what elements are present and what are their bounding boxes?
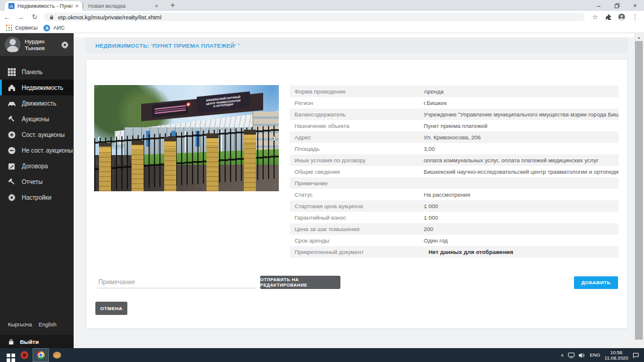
network-icon[interactable]	[568, 352, 575, 358]
row-label: Общие сведения	[290, 168, 424, 175]
details-table: Форма проведенияАрендаРегионг.БишкекБала…	[290, 86, 619, 258]
language-english-link[interactable]: English	[39, 322, 57, 328]
start-button[interactable]	[0, 348, 16, 362]
forward-icon[interactable]: →	[14, 13, 28, 21]
sidebar-item-contracts[interactable]: Договора	[0, 158, 74, 174]
sidebar-item-panel[interactable]: Панель	[0, 64, 74, 80]
back-icon[interactable]: ←	[0, 13, 14, 21]
gavel-icon	[8, 115, 16, 123]
tray-date: 11.08.2020	[605, 355, 628, 361]
property-card: БИШКЕКСКИЙ НАУЧНЫЙ ЦЕНТР ТРАВМАТОЛОГИИ И…	[86, 59, 628, 329]
tray-time: 10:56	[610, 350, 622, 355]
sidebar-user-panel: Нурдин Тынаев	[0, 33, 74, 56]
row-label: Адрес	[290, 134, 424, 141]
sidebar-item-label: Не сост. аукционы	[22, 147, 73, 154]
profile-avatar-icon[interactable]	[615, 13, 628, 21]
table-row: БалансодержательУчреждение "Управление м…	[290, 109, 619, 120]
row-value: Бишкекский научно-исследовательский цент…	[424, 168, 619, 175]
extensions-puzzle-icon[interactable]	[602, 14, 615, 21]
sidebar-item-realty[interactable]: Недвижимость	[0, 80, 74, 95]
row-label: Стартовая цена аукциона	[290, 203, 424, 209]
clock[interactable]: 10:56 11.08.2020	[605, 350, 628, 361]
table-row: АдресУл. Кривоносова, 206	[290, 132, 619, 143]
sidebar-item-auctions[interactable]: Аукционы	[0, 111, 74, 127]
scrollbar-up-icon[interactable]: ▴	[634, 33, 644, 40]
bookmark-ais[interactable]: А АИС	[43, 25, 65, 31]
tab-close-icon[interactable]: ×	[75, 3, 78, 9]
scrollbar-thumb[interactable]	[635, 41, 643, 340]
chrome-icon	[37, 351, 45, 359]
url-text: etp.okmot.kg/msu/private/realty/list.xht…	[58, 14, 162, 21]
note-input[interactable]	[97, 275, 255, 288]
row-value: 1 000	[424, 214, 619, 221]
carousel-next-icon[interactable]: ›	[273, 133, 276, 143]
gavel-icon	[8, 178, 16, 186]
tab-close-icon[interactable]: ×	[155, 3, 158, 9]
table-row: Иные условия по договоруоплата коммуналь…	[290, 154, 619, 166]
taskbar-app-chrome[interactable]	[33, 348, 49, 362]
table-row: Прикрепленный документНет данных для ото…	[290, 246, 619, 258]
sidebar-item-not-held-auctions[interactable]: Не сост. аукционы	[0, 142, 74, 158]
table-row: Примечание	[290, 177, 619, 189]
browser-menu-icon[interactable]: ⋮	[628, 13, 642, 21]
table-row: Стартовая цена аукциона1 000	[290, 200, 619, 212]
user-settings-gear-icon[interactable]	[61, 41, 69, 49]
browser-tab-strip: Недвижимость - Пункт приема × Новая вкла…	[0, 0, 644, 11]
row-label: Примечание	[290, 180, 424, 186]
table-row: Общие сведенияБишкекский научно-исследов…	[290, 166, 619, 177]
row-value: Ул. Кривоносова, 206	[424, 134, 619, 141]
table-row: Регионг.Бишкек	[290, 97, 619, 109]
bookmark-star-icon[interactable]: ☆	[588, 13, 602, 21]
logout-button[interactable]: Выйти	[0, 335, 74, 348]
address-bar[interactable]: etp.okmot.kg/msu/private/realty/list.xht…	[44, 13, 585, 21]
scrollbar[interactable]: ▴	[634, 33, 644, 348]
breadcrumb[interactable]: НЕДВИЖИМОСТЬ: 'ПУНКТ ПРИЕМА ПЛАТЕЖЕЙ' ›	[86, 37, 628, 53]
volume-icon[interactable]	[579, 352, 585, 358]
apps-grid-icon	[6, 25, 7, 26]
photo-fence-pillar	[206, 133, 218, 191]
taskbar-app-paint[interactable]	[49, 348, 65, 362]
language-kyrgyz-link[interactable]: Кыргызча	[8, 322, 32, 328]
sidebar-item-label: Договора	[22, 163, 48, 170]
sidebar: Нурдин Тынаев ПанельНедвижимостьДвижимос…	[0, 33, 74, 348]
add-button[interactable]: ДОБАВИТЬ	[574, 276, 618, 289]
cancel-button[interactable]: ОТМЕНА	[95, 302, 127, 315]
tab-realty[interactable]: Недвижимость - Пункт приема ×	[5, 1, 82, 11]
bookmarks-bar: Сервисы А АИС	[0, 23, 644, 33]
row-label: Цена за шаг повышения	[290, 226, 424, 232]
sidebar-item-movable[interactable]: Движимость	[0, 95, 74, 111]
row-value: На рассмотрения	[424, 191, 619, 198]
hidden-icons-chevron[interactable]: ∧	[561, 353, 564, 358]
sidebar-item-label: Аукционы	[22, 116, 49, 122]
window-close-button[interactable]: ×	[626, 0, 644, 11]
reload-icon[interactable]: ↻	[28, 13, 42, 21]
table-row: Площадь3,00	[290, 143, 619, 154]
language-indicator[interactable]: ENG	[590, 352, 600, 358]
bookmark-services[interactable]: Сервисы	[6, 25, 37, 31]
window-restore-button[interactable]	[608, 0, 626, 11]
sidebar-item-reports[interactable]: Отчеты	[0, 174, 74, 189]
action-center-icon[interactable]	[633, 352, 639, 358]
window-controls: – ×	[590, 0, 644, 11]
tab-new-tab[interactable]: Новая вкладка ×	[84, 1, 162, 11]
sidebar-item-held-auctions[interactable]: Сост. аукционы	[0, 127, 74, 142]
main-content: НЕДВИЖИМОСТЬ: 'ПУНКТ ПРИЕМА ПЛАТЕЖЕЙ' ›	[74, 33, 634, 348]
red-app-icon	[21, 351, 28, 359]
window-minimize-button[interactable]: –	[590, 0, 608, 11]
send-for-editing-button[interactable]: ОТПРАВИТЬ НА РЕДАКТИРОВАНИЕ	[260, 276, 340, 289]
photo-fence-pillar	[164, 137, 176, 191]
user-avatar	[5, 37, 21, 52]
tab-divider	[83, 3, 83, 8]
sidebar-item-settings[interactable]: Настройки	[0, 189, 74, 205]
minus-circle-icon	[8, 147, 16, 154]
table-row: Гарантийный взнос1 000	[290, 212, 619, 223]
browser-toolbar: ← → ↻ etp.okmot.kg/msu/private/realty/li…	[0, 11, 644, 23]
system-tray: ∧ ENG 10:56 11.08.2020	[561, 350, 644, 361]
taskbar-app-red[interactable]	[16, 348, 33, 362]
tab-title: Новая вкладка	[88, 3, 153, 9]
carousel-prev-icon[interactable]: ‹	[97, 133, 100, 143]
new-tab-button[interactable]: +	[168, 1, 177, 10]
car-icon	[8, 100, 16, 107]
row-value: Один год	[424, 237, 619, 244]
grid-icon	[8, 68, 16, 76]
